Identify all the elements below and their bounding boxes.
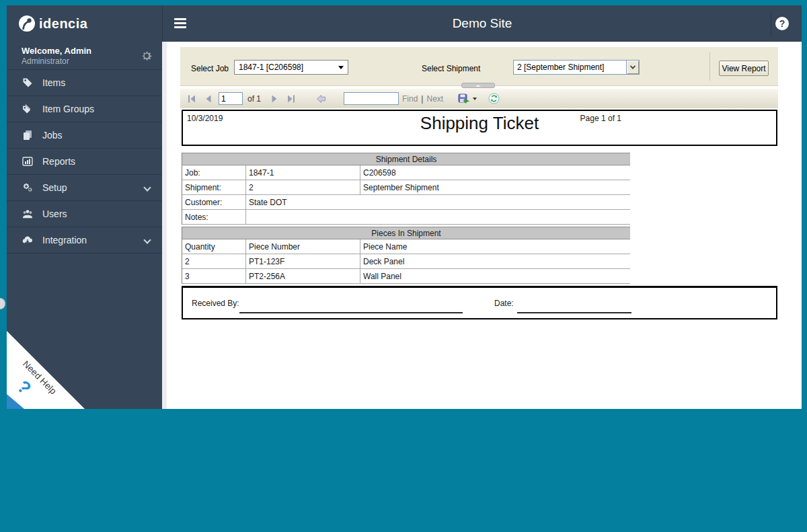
row-label: Customer: (182, 195, 245, 209)
row-label: Job: (182, 165, 245, 180)
users-icon (22, 208, 33, 220)
next-link[interactable]: Next (426, 94, 443, 104)
sidebar-item-setup[interactable]: Setup (7, 175, 162, 201)
first-page-button[interactable] (187, 94, 196, 104)
report-viewer-toolbar: of 1 Find | Next (180, 88, 778, 108)
page-number-input[interactable] (219, 92, 243, 105)
row-value: 2 (245, 180, 360, 194)
dropdown-button[interactable] (626, 61, 639, 74)
row-value: State DOT (245, 195, 630, 209)
parameter-divider (709, 52, 710, 81)
sidebar-item-label: Item Groups (42, 104, 151, 114)
table-column-header-row: Quantity Piece Number Piece Name (182, 239, 630, 254)
search-input[interactable] (344, 92, 399, 105)
table-row: 3 PT2-256A Wall Panel (182, 269, 630, 284)
date-signature-line (517, 312, 631, 313)
collapse-arrow-icon (475, 85, 481, 87)
find-next-separator: | (421, 94, 423, 104)
sidebar-item-label: Integration (42, 235, 145, 245)
brand-logo: idencia (7, 5, 162, 42)
cloud-download-icon (22, 235, 33, 246)
report-header-box: 10/3/2019 Shipping Ticket Page 1 of 1 (182, 110, 777, 146)
table-section-header: Pieces In Shipment (182, 227, 630, 239)
sidebar-item-integration[interactable]: Integration (7, 227, 162, 254)
cell-piece-number: PT2-256A (245, 269, 360, 283)
job-select-value: 1847-1 [C206598] (239, 63, 338, 72)
caret-down-icon (338, 66, 344, 69)
idencia-logo-icon (18, 15, 36, 32)
table-row: 2 PT1-123F Deck Panel (182, 254, 630, 269)
cell-quantity: 2 (182, 254, 245, 268)
sidebar-item-reports[interactable]: Reports (7, 149, 162, 175)
settings-gear-icon[interactable] (141, 50, 153, 62)
shipment-select[interactable]: 2 [September Shipment] (513, 60, 640, 75)
row-value: September Shipment (360, 180, 630, 194)
report-page-label: Page 1 of 1 (580, 114, 621, 123)
table-row: Shipment: 2 September Shipment (182, 180, 630, 195)
column-header: Piece Name (360, 239, 630, 254)
previous-page-button[interactable] (204, 94, 212, 104)
last-page-button[interactable] (286, 94, 296, 104)
sidebar-item-item-groups[interactable]: Item Groups (7, 96, 162, 122)
help-icon[interactable]: ? (775, 17, 789, 30)
tags-icon (22, 104, 33, 115)
job-select[interactable]: 1847-1 [C206598] (234, 60, 348, 75)
topbar-divider (771, 11, 771, 36)
find-link[interactable]: Find (402, 94, 418, 104)
table-row: Customer: State DOT (182, 195, 630, 210)
edge-pull-tab[interactable] (0, 298, 5, 309)
sidebar-item-label: Reports (42, 156, 151, 167)
refresh-button[interactable] (488, 93, 500, 104)
pieces-table: Pieces In Shipment Quantity Piece Number… (182, 227, 630, 284)
bar-chart-icon (22, 156, 33, 167)
report-signature-box: Received By: Date: (182, 286, 777, 319)
cell-quantity: 3 (182, 269, 245, 283)
row-label: Notes: (182, 210, 245, 224)
tag-icon (22, 77, 33, 89)
brand-name: idencia (39, 16, 87, 32)
chevron-left-icon (143, 184, 151, 191)
select-job-label: Select Job (191, 64, 229, 73)
sidebar-item-label: Setup (42, 182, 145, 193)
row-value: 1847-1 (245, 165, 360, 180)
site-title: Demo Site (163, 16, 802, 31)
row-label: Shipment: (182, 180, 245, 194)
table-row: Job: 1847-1 C206598 (182, 165, 630, 180)
sidebar-item-label: Jobs (42, 130, 151, 141)
main-content: Select Job 1847-1 [C206598] Select Shipm… (162, 42, 802, 409)
chevron-down-icon (630, 63, 636, 69)
sidebar-item-label: Users (42, 208, 151, 219)
cell-piece-name: Deck Panel (360, 254, 630, 268)
documents-icon (22, 130, 33, 141)
export-save-icon (458, 93, 469, 104)
export-button[interactable] (458, 93, 477, 104)
cell-piece-name: Wall Panel (360, 269, 630, 283)
shipment-details-table: Shipment Details Job: 1847-1 C206598 Shi… (182, 153, 630, 225)
cell-piece-number: PT1-123F (245, 254, 360, 268)
table-row: Notes: (182, 210, 630, 225)
sidebar-item-users[interactable]: Users (7, 201, 162, 227)
sidebar-nav: Items Item Groups Jobs Reports Setup (7, 70, 162, 254)
sidebar: idencia Welcome, Admin Administrator Ite… (7, 5, 162, 409)
column-header: Quantity (182, 239, 245, 254)
topbar: Demo Site ? (162, 5, 802, 42)
shipment-select-value: 2 [September Shipment] (514, 63, 626, 72)
row-value (245, 210, 630, 224)
sidebar-item-jobs[interactable]: Jobs (7, 122, 162, 149)
row-value: C206598 (360, 165, 630, 180)
received-by-signature-line (239, 312, 463, 313)
report-parameter-bar: Select Job 1847-1 [C206598] Select Shipm… (180, 47, 778, 86)
received-by-label: Received By: (192, 299, 239, 308)
next-page-button[interactable] (271, 94, 279, 104)
chevron-left-icon (143, 236, 151, 243)
back-to-parent-button[interactable] (316, 94, 326, 104)
content-gutter (162, 42, 167, 409)
parameter-collapse-handle[interactable] (461, 83, 495, 88)
column-header: Piece Number (245, 239, 360, 254)
sidebar-item-items[interactable]: Items (7, 70, 162, 96)
caret-down-icon (473, 98, 477, 100)
gears-icon (22, 182, 33, 194)
table-section-header: Shipment Details (182, 153, 630, 165)
view-report-button[interactable]: View Report (719, 61, 769, 76)
welcome-text: Welcome, Admin (22, 46, 141, 56)
